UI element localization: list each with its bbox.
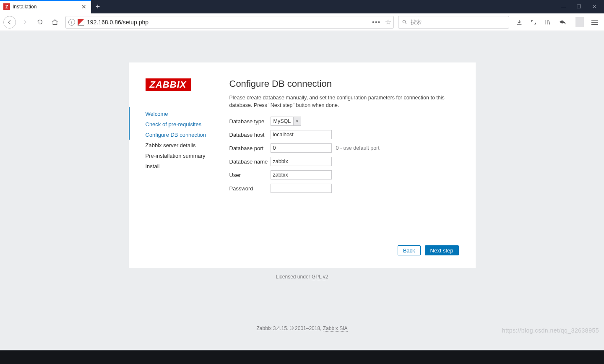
browser-titlebar: Z Installation ✕ + — ❐ ✕: [0, 0, 604, 13]
label-db-type: Database type: [229, 118, 271, 125]
next-step-button[interactable]: Next step: [425, 245, 459, 255]
page-description: Please create database manually, and set…: [229, 94, 448, 109]
license-link[interactable]: GPL v2: [312, 274, 328, 280]
search-placeholder: 搜索: [411, 18, 422, 26]
new-tab-button[interactable]: +: [91, 0, 104, 13]
tab-favicon: Z: [3, 3, 10, 10]
taskbar: [0, 351, 604, 364]
svg-point-0: [403, 20, 406, 23]
bookmark-star-icon[interactable]: ☆: [385, 18, 391, 26]
close-tab-icon[interactable]: ✕: [81, 3, 87, 10]
menu-icon[interactable]: [591, 20, 599, 25]
row-db-user: User: [229, 170, 459, 179]
back-button[interactable]: [3, 16, 16, 29]
back-button[interactable]: Back: [398, 245, 421, 255]
input-db-port[interactable]: [271, 143, 332, 153]
undo-icon[interactable]: [559, 19, 567, 25]
zabbix-logo: ZABBIX: [146, 78, 191, 91]
row-db-type: Database type MySQL ▾: [229, 117, 459, 126]
license-prefix: Licensed under: [276, 274, 312, 280]
downloads-icon[interactable]: [516, 19, 524, 26]
tab-loading-strip: [0, 0, 91, 1]
row-db-host: Database host: [229, 130, 459, 139]
input-db-name[interactable]: [271, 157, 332, 166]
label-db-host: Database host: [229, 132, 271, 138]
window-controls: — ❐ ✕: [561, 0, 604, 13]
screenshot-icon[interactable]: [530, 19, 539, 26]
tab-title: Installation: [13, 4, 36, 10]
hint-db-port: 0 - use default port: [336, 145, 380, 151]
browser-tab[interactable]: Z Installation ✕: [0, 0, 91, 13]
site-info-icon[interactable]: i: [68, 19, 75, 26]
license-line: Licensed under GPL v2: [0, 274, 604, 280]
page-actions-icon[interactable]: •••: [372, 19, 381, 26]
step-install: Install: [146, 161, 229, 172]
step-summary: Pre-installation summary: [146, 151, 229, 161]
search-box[interactable]: 搜索: [398, 16, 509, 29]
chevron-down-icon[interactable]: ▾: [293, 117, 301, 125]
label-db-user: User: [229, 172, 271, 178]
step-db-connection[interactable]: Configure DB connection: [146, 130, 229, 140]
version-link[interactable]: Zabbix SIA: [323, 325, 348, 332]
input-db-password[interactable]: [271, 184, 332, 193]
page-viewport: ZABBIX Welcome Check of pre-requisites C…: [0, 31, 604, 350]
row-db-password: Password: [229, 184, 459, 193]
page-title: Configure DB connection: [229, 78, 459, 89]
close-window-icon[interactable]: ✕: [592, 4, 596, 10]
label-db-password: Password: [229, 185, 271, 192]
toolbar-separator: [575, 17, 584, 27]
address-bar[interactable]: i 192.168.0.86/setup.php ••• ☆: [65, 16, 394, 29]
step-server-details: Zabbix server details: [146, 140, 229, 151]
toolbar-actions: [512, 17, 601, 27]
input-db-user[interactable]: [271, 170, 332, 179]
row-db-port: Database port 0 - use default port: [229, 143, 459, 153]
reload-button[interactable]: [34, 16, 46, 29]
select-db-type[interactable]: MySQL ▾: [271, 117, 302, 126]
version-prefix: Zabbix 3.4.15. © 2001–2018,: [257, 325, 323, 331]
maximize-icon[interactable]: ❐: [577, 4, 581, 10]
wizard-buttons: Back Next step: [229, 229, 459, 255]
site-favicon-icon: [78, 19, 84, 26]
setup-sidebar: ZABBIX Welcome Check of pre-requisites C…: [146, 78, 229, 255]
label-db-port: Database port: [229, 145, 271, 151]
forward-button[interactable]: [18, 16, 31, 29]
url-text: 192.168.0.86/setup.php: [87, 19, 370, 26]
select-db-type-value: MySQL: [271, 117, 294, 125]
home-button[interactable]: [49, 16, 61, 29]
row-db-name: Database name: [229, 157, 459, 166]
input-db-host[interactable]: [271, 130, 332, 139]
setup-steps: Welcome Check of pre-requisites Configur…: [128, 109, 229, 172]
step-welcome[interactable]: Welcome: [146, 109, 229, 119]
library-icon[interactable]: [544, 19, 553, 26]
setup-main: Configure DB connection Please create da…: [229, 78, 459, 255]
browser-toolbar: i 192.168.0.86/setup.php ••• ☆ 搜索: [0, 13, 604, 31]
minimize-icon[interactable]: —: [561, 4, 566, 10]
search-icon: [402, 19, 407, 25]
setup-card: ZABBIX Welcome Check of pre-requisites C…: [129, 62, 476, 268]
label-db-name: Database name: [229, 159, 271, 165]
step-prerequisites[interactable]: Check of pre-requisites: [146, 119, 229, 130]
watermark-text: https://blog.csdn.net/qq_32638955: [502, 327, 599, 334]
